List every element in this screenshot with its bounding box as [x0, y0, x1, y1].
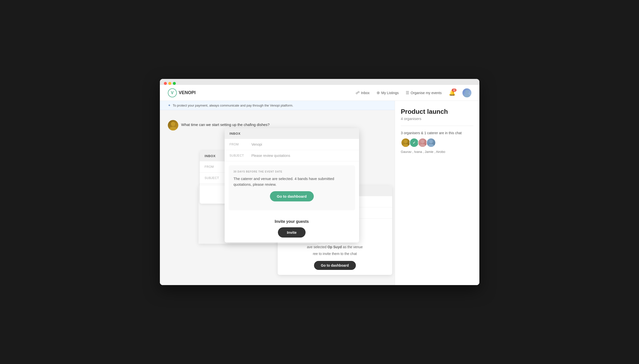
browser-content: V VENOPI ☍ Inbox ⊕ My Listings ☰ Organis…: [160, 85, 479, 285]
venue-text-2: as the venue: [342, 245, 363, 249]
svg-point-2: [171, 122, 175, 126]
chat-avatar-svg: [168, 120, 178, 130]
invite-button[interactable]: Invite: [278, 227, 306, 238]
event-subtitle: 4 organisers: [401, 116, 474, 121]
event-tag: 30 DAYS BEFORE THE EVENT DATE: [234, 170, 350, 173]
inbox-header-front: INBOX: [224, 128, 359, 139]
plus-circle-icon: ⊕: [376, 90, 380, 95]
inbox-icon: ☍: [356, 90, 360, 95]
from-label-back: FROM: [205, 165, 223, 168]
content-box: 30 DAYS BEFORE THE EVENT DATE The catere…: [228, 165, 355, 210]
subject-label-back: SUBJECT: [205, 176, 223, 180]
venue-desc: ave selected Op Suyd as the venue: [283, 244, 387, 250]
checkmark-icon: ✓: [411, 140, 417, 146]
dot-close[interactable]: [164, 82, 167, 85]
avatar-svg: [462, 88, 472, 97]
invite-section: Invite your guests Invite: [224, 214, 359, 242]
dot-maximize[interactable]: [173, 82, 176, 85]
inbox-card-front: INBOX FROM Venopi SUBJECT Please review …: [224, 128, 359, 242]
organiser-names: Gaurav , Ivana , Jamie , Airobo: [401, 150, 474, 154]
logo-icon: V: [168, 88, 177, 97]
nav-inbox-label: Inbox: [361, 91, 370, 95]
event-title: Product launch: [401, 108, 474, 116]
svg-point-9: [428, 144, 434, 148]
nav-links: ☍ Inbox ⊕ My Listings ☰ Organise my even…: [356, 88, 472, 97]
right-panel: Product launch 4 organisers 3 organisers…: [395, 101, 479, 285]
go-to-dashboard-right[interactable]: Go to dashboard: [314, 261, 356, 270]
nav-my-listings-label: My Listings: [381, 91, 399, 95]
chat-avatar: [168, 120, 178, 130]
browser-dots: [164, 82, 476, 85]
organise-icon: ☰: [406, 90, 409, 95]
avatar-ivana: ✓: [410, 138, 419, 148]
browser-window: V VENOPI ☍ Inbox ⊕ My Listings ☰ Organis…: [160, 79, 479, 285]
svg-point-8: [429, 140, 432, 144]
svg-point-7: [420, 144, 425, 148]
svg-point-4: [404, 140, 407, 144]
svg-point-1: [464, 94, 470, 97]
svg-point-6: [420, 140, 424, 144]
inbox-row-subject-front: SUBJECT Please review quotations: [224, 150, 359, 161]
go-to-dashboard-front[interactable]: Go to dashboard: [270, 191, 314, 202]
from-value-front: Venopi: [252, 142, 262, 146]
content-text: The caterer and venue are selected. 4 ba…: [234, 176, 350, 187]
svg-point-5: [403, 144, 408, 148]
nav-my-listings[interactable]: ⊕ My Listings: [376, 90, 399, 95]
nav-organise[interactable]: ☰ Organise my events: [406, 90, 442, 95]
navbar: V VENOPI ☍ Inbox ⊕ My Listings ☰ Organis…: [160, 85, 479, 101]
nav-bell[interactable]: 🔔 39: [449, 90, 456, 96]
logo[interactable]: V VENOPI: [168, 88, 196, 97]
svg-point-3: [170, 127, 176, 130]
dot-minimize[interactable]: [168, 82, 171, 85]
subject-label-front: SUBJECT: [230, 154, 248, 157]
subject-value-front: Please review quotations: [252, 154, 290, 158]
browser-chrome: [160, 79, 479, 85]
invite-title: Invite your guests: [230, 219, 354, 224]
chat-text: What time can we start setting up the ch…: [181, 120, 270, 127]
nav-avatar[interactable]: [462, 88, 472, 97]
venue-text-1: ave selected: [307, 245, 328, 249]
logo-v-letter: V: [171, 91, 174, 95]
avatar-gaurav: [401, 138, 410, 148]
nav-organise-label: Organise my events: [411, 91, 442, 95]
main-area: ✦ To protect your payment, always commun…: [160, 101, 479, 285]
logo-text: VENOPI: [179, 90, 196, 95]
svg-point-0: [465, 90, 469, 94]
safety-text: To protect your payment, always communic…: [173, 104, 293, 107]
organiser-avatars: ✓: [401, 138, 474, 148]
bell-badge: 39: [452, 89, 456, 92]
venue-name: Op Suyd: [328, 245, 342, 249]
nav-inbox[interactable]: ☍ Inbox: [356, 90, 370, 95]
panel-divider: [401, 126, 474, 126]
venue-desc-2: ree to invite them to the chat: [283, 251, 387, 256]
safety-icon: ✦: [168, 103, 171, 107]
avatar-jamie: [418, 138, 427, 148]
avatar-airobo: [426, 138, 436, 148]
from-label-front: FROM: [230, 143, 248, 146]
organiser-info: 3 organisers & 1 caterer are in this cha…: [401, 131, 474, 135]
inbox-row-from-front: FROM Venopi: [224, 139, 359, 150]
